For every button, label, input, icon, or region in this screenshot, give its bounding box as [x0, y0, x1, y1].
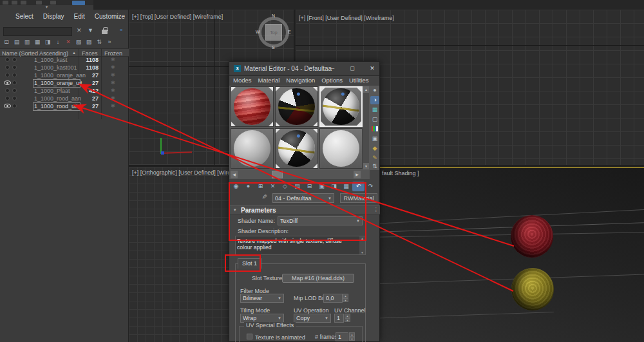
toolbar-icon[interactable]	[36, 1, 42, 5]
frozen-icon[interactable]: ✱	[111, 64, 115, 70]
frozen-icon[interactable]: ✱	[111, 57, 115, 62]
material-name-dropdown[interactable]: 04 - Defaultaa ▼	[272, 193, 334, 203]
table-row[interactable]: 1_1000_kast001 1108 ✱	[0, 64, 129, 71]
show-end-result-icon[interactable]: ◨	[328, 182, 340, 191]
texture-animated-checkbox[interactable]	[247, 334, 252, 339]
material-sample-slot[interactable]	[231, 128, 274, 169]
menu-display[interactable]: Display	[43, 13, 64, 23]
object-name[interactable]: 1_1000_Plaat	[34, 88, 70, 94]
minimize-icon[interactable]: ─	[327, 64, 337, 73]
frozen-icon[interactable]: ✱	[111, 80, 115, 86]
explorer-toolbar-icon-7[interactable]: ✕	[64, 39, 72, 48]
viewcube-east[interactable]: E	[288, 30, 291, 34]
table-row[interactable]: 1_1000_oranje_aan 27 ✱	[0, 71, 129, 79]
sample-type-icon[interactable]: ●	[370, 86, 379, 95]
make-unique-icon[interactable]: ◇	[279, 182, 291, 191]
sample-uv-tiling-icon[interactable]: ▢	[370, 115, 379, 124]
toolbar-icon[interactable]	[50, 1, 56, 5]
slot-texture-button[interactable]: Map #16 (Head.dds)	[282, 274, 354, 283]
viewport-top-label[interactable]: [+] [Top] [User Defined] [Wireframe]	[132, 14, 223, 20]
make-preview-icon[interactable]: ▣	[370, 135, 379, 143]
explorer-toolbar-icon-2[interactable]: ▤	[13, 39, 21, 48]
panel-collapse-bar[interactable]: ▼	[0, 5, 93, 10]
object-name[interactable]: 1_1000_rood_aan	[34, 95, 81, 102]
material-sample-slot[interactable]	[275, 86, 318, 127]
filter-funnel-icon[interactable]: ▼	[88, 27, 93, 33]
object-name[interactable]: 1_1000_kast001	[34, 64, 77, 71]
toolbar-active-button[interactable]	[72, 1, 85, 5]
explorer-toolbar-icon-10[interactable]: ⇅	[95, 39, 103, 48]
show-background-icon[interactable]: ▣	[316, 182, 328, 191]
toolbar-icon[interactable]	[21, 1, 26, 5]
toolbar-icon[interactable]	[12, 1, 17, 5]
sample-horizontal-scrollbar[interactable]: ◀ ▶	[229, 170, 370, 179]
uv-channel-field[interactable]: 1	[334, 314, 344, 323]
yellow-light-sphere[interactable]	[511, 268, 554, 310]
visibility-eye-icon[interactable]	[4, 104, 11, 108]
search-input[interactable]	[3, 27, 72, 36]
freeze-dot-icon[interactable]	[12, 88, 17, 93]
menu-customize[interactable]: Customize	[95, 13, 125, 23]
spinner-down-icon[interactable]: ▼	[345, 318, 350, 323]
lock-icon[interactable]	[102, 30, 108, 34]
material-sample-slot[interactable]	[319, 128, 363, 169]
scroll-right-icon[interactable]: ▶	[354, 171, 361, 178]
viewcube[interactable]: N E S W Top	[256, 15, 291, 50]
material-type-button[interactable]: RWMaterial	[340, 193, 377, 203]
menu-edit[interactable]: Edit	[74, 13, 85, 23]
scroll-down-icon[interactable]: ▼	[359, 251, 365, 254]
hide-dot-icon[interactable]	[5, 65, 10, 70]
backlight-icon[interactable]: ◑	[370, 96, 379, 104]
shader-description-box[interactable]: Texture mapped with single texture, diff…	[235, 236, 366, 255]
search-overflow-chevrons[interactable]: »	[120, 27, 122, 33]
frames-spinner[interactable]: ▲ ▼	[349, 332, 355, 341]
window-titlebar[interactable]: 3 Material Editor - 04 - Defaultaa ─ ◻ ✕	[229, 62, 379, 76]
object-name[interactable]: 1_1000_oranje_uit	[34, 80, 82, 86]
mip-lod-bias-field[interactable]: 0,0	[323, 294, 343, 303]
hide-dot-icon[interactable]	[5, 73, 10, 77]
go-forward-sibling-icon[interactable]: ↷	[365, 182, 377, 191]
frozen-icon[interactable]: ✱	[111, 72, 115, 78]
hide-dot-icon[interactable]	[5, 88, 10, 93]
mip-lod-bias-spinner[interactable]: ▲ ▼	[343, 294, 348, 302]
scroll-down-icon[interactable]: ▼	[363, 163, 369, 169]
show-shaded-in-viewport-icon[interactable]: ↶	[352, 182, 365, 191]
table-row[interactable]: 1_1000_kast 1108 ✱	[0, 56, 129, 64]
viewcube-face-top[interactable]: Top	[265, 24, 282, 41]
freeze-dot-icon[interactable]	[12, 57, 17, 62]
explorer-toolbar-icon-9[interactable]: ▨	[85, 39, 93, 48]
video-color-check-icon[interactable]	[370, 125, 379, 133]
frozen-icon[interactable]: ✱	[111, 88, 115, 93]
freeze-dot-icon[interactable]	[12, 96, 17, 100]
visibility-eye-icon[interactable]	[4, 81, 11, 85]
tiling-mode-dropdown[interactable]: Wrap ▼	[240, 314, 284, 323]
menu-material[interactable]: Material	[258, 77, 280, 86]
description-scrollbar[interactable]: ▲ ▼	[359, 236, 365, 254]
object-name[interactable]: 1_1000_rood_uit	[34, 103, 78, 109]
close-icon[interactable]: ✕	[367, 64, 377, 73]
freeze-dot-icon[interactable]	[12, 73, 17, 77]
assign-material-icon[interactable]: ⊞	[254, 182, 267, 191]
get-material-icon[interactable]: ◉	[230, 182, 242, 191]
uv-channel-spinner[interactable]: ▲ ▼	[345, 314, 350, 322]
shader-name-dropdown[interactable]: TexDiff ▼	[278, 216, 363, 225]
viewcube-south[interactable]: S	[272, 45, 275, 50]
viewport-shaded-label[interactable]: fault Shading ]	[382, 170, 419, 176]
explorer-toolbar-icon-3[interactable]: ▥	[23, 39, 31, 48]
material-map-navigator-icon[interactable]: ⇅	[370, 162, 379, 171]
search-clear-icon[interactable]: ✕	[77, 27, 82, 33]
table-row[interactable]: 1_1000_rood_aan 27 ✱	[0, 95, 129, 102]
scrollbar-thumb[interactable]	[272, 171, 283, 178]
tab-slot-1[interactable]: Slot 1	[238, 258, 261, 269]
go-to-parent-icon[interactable]: ▦	[340, 182, 352, 191]
explorer-toolbar-icon-1[interactable]: ⊡	[3, 39, 10, 48]
toolbar-overflow-chevrons[interactable]: »	[106, 39, 113, 48]
menu-modes[interactable]: Modes	[233, 77, 252, 86]
explorer-toolbar-icon-6[interactable]: ↓	[54, 39, 62, 48]
put-material-to-scene-icon[interactable]: ●	[242, 182, 254, 191]
viewcube-north[interactable]: N	[272, 14, 275, 18]
sort-asc-icon[interactable]: ▲	[72, 51, 76, 55]
freeze-dot-icon[interactable]	[12, 104, 17, 108]
table-row[interactable]: 1_1000_Plaat 412 ✱	[0, 87, 129, 95]
menu-navigation[interactable]: Navigation	[286, 77, 315, 86]
